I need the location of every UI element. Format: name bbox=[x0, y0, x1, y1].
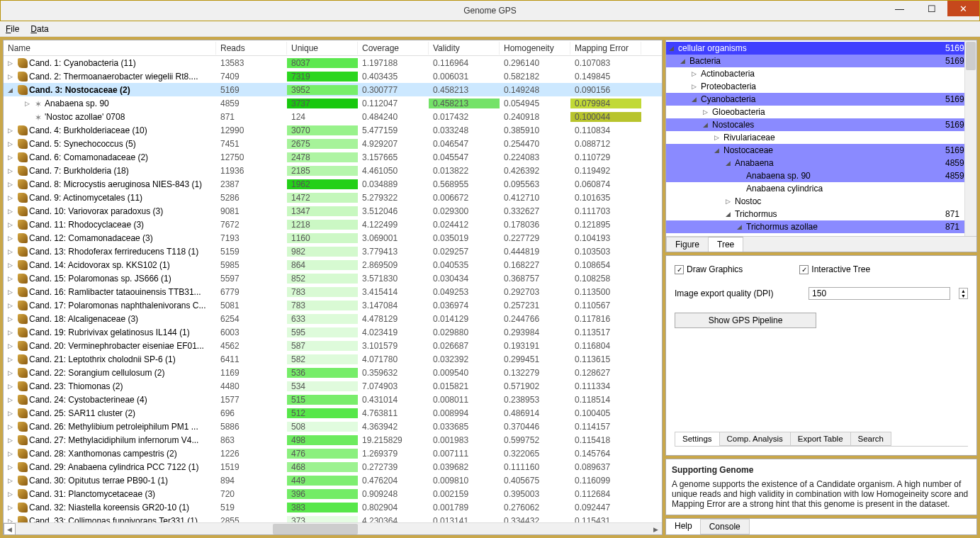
table-row[interactable]: ▷ Cand. 17: Polaromonas naphthalenivoran… bbox=[4, 298, 662, 312]
expander-icon[interactable]: ▷ bbox=[8, 288, 16, 296]
expander-icon[interactable]: ▷ bbox=[8, 127, 16, 134]
expander-icon[interactable]: ▷ bbox=[8, 383, 16, 390]
table-row[interactable]: ▷ Cand. 31: Planctomycetaceae (3)7203960… bbox=[4, 487, 662, 500]
tree-row[interactable]: ◢Nostocaceae5169 bbox=[666, 144, 976, 157]
tree-expander-icon[interactable]: ◢ bbox=[669, 45, 677, 52]
dpi-input[interactable] bbox=[809, 287, 950, 300]
tab-help[interactable]: Help bbox=[666, 519, 701, 534]
maximize-button[interactable]: ☐ bbox=[916, 1, 947, 16]
table-row[interactable]: ▷ Cand. 29: Anabaena cylindrica PCC 7122… bbox=[4, 460, 662, 473]
col-unique[interactable]: Unique bbox=[287, 42, 358, 55]
table-row[interactable]: ▷ Cand. 25: SAR11 cluster (2)6965124.763… bbox=[4, 406, 662, 420]
table-row[interactable]: ▷ Cand. 32: Niastella koreensis GR20-10 … bbox=[4, 500, 662, 514]
tab-search[interactable]: Search bbox=[850, 432, 891, 446]
tab-tree[interactable]: Tree bbox=[708, 237, 743, 252]
table-row[interactable]: ▷ Cand. 13: Rhodoferax ferrireducens T11… bbox=[4, 245, 662, 258]
tree-expander-icon[interactable]: ▷ bbox=[703, 108, 711, 116]
tree-row[interactable]: ▷Actinobacteria bbox=[666, 67, 976, 80]
tree-row[interactable]: ▷Gloeobacteria bbox=[666, 106, 976, 118]
expander-icon[interactable]: ▷ bbox=[8, 464, 16, 471]
dpi-spinner[interactable]: ▲▼ bbox=[959, 288, 968, 299]
table-row[interactable]: ▷ Cand. 12: Comamonadaceae (3)719311603.… bbox=[4, 231, 662, 245]
table-row[interactable]: ▷ Cand. 18: Alcaligenaceae (3)62546334.4… bbox=[4, 312, 662, 325]
table-row[interactable]: ▷ Cand. 24: Cystobacterineae (4)15775150… bbox=[4, 393, 662, 406]
tree-expander-icon[interactable]: ▷ bbox=[692, 83, 699, 90]
table-row[interactable]: ▷ Cand. 22: Sorangium cellulosum (2)1169… bbox=[4, 366, 662, 379]
checkbox-interactive-tree[interactable]: ✓ Interactive Tree bbox=[799, 264, 870, 274]
tree-row[interactable]: ▷Rivulariaceae bbox=[666, 131, 976, 144]
table-row[interactable]: ▷ Cand. 10: Variovorax paradoxus (3)9081… bbox=[4, 204, 662, 218]
menu-data[interactable]: Data bbox=[30, 24, 48, 34]
table-row[interactable]: ▷✶ Anabaena sp. 90485937370.1120470.4582… bbox=[4, 96, 662, 110]
expander-icon[interactable]: ▷ bbox=[8, 491, 16, 498]
expander-icon[interactable]: ▷ bbox=[8, 154, 16, 161]
expander-icon[interactable]: ▷ bbox=[8, 477, 16, 484]
expander-icon[interactable]: ▷ bbox=[8, 504, 16, 511]
table-row[interactable]: ▷ Cand. 27: Methylacidiphilum infernorum… bbox=[4, 433, 662, 447]
tree-row[interactable]: ◢Nostocales5169 bbox=[666, 118, 976, 131]
table-row[interactable]: ▷ Cand. 15: Polaromonas sp. JS666 (1)559… bbox=[4, 271, 662, 285]
table-row[interactable]: ▷ Cand. 2: Thermoanaerobacter wiegelii R… bbox=[4, 69, 662, 83]
table-row[interactable]: ▷ Cand. 14: Acidovorax sp. KKS102 (1)598… bbox=[4, 258, 662, 271]
expander-icon[interactable]: ▷ bbox=[8, 369, 16, 376]
expander-icon[interactable]: ▷ bbox=[8, 437, 16, 444]
tree-row[interactable]: 'Nostoc azollae' 0708871 bbox=[666, 233, 976, 236]
col-reads[interactable]: Reads bbox=[216, 42, 287, 55]
checkbox-draw-graphics[interactable]: ✓ Draw Graphics bbox=[675, 264, 743, 274]
tree-row[interactable]: ◢Cyanobacteria5169 bbox=[666, 93, 976, 106]
tab-figure[interactable]: Figure bbox=[666, 237, 709, 252]
menu-file[interactable]: File bbox=[6, 24, 19, 34]
table-row[interactable]: ▷ Cand. 6: Comamonadaceae (2)1275024783.… bbox=[4, 150, 662, 164]
spinner-down-icon[interactable]: ▼ bbox=[959, 293, 967, 298]
expander-icon[interactable]: ◢ bbox=[8, 86, 16, 94]
expander-icon[interactable]: ▷ bbox=[25, 100, 33, 107]
show-pipeline-button[interactable]: Show GPS Pipeline bbox=[675, 313, 816, 328]
table-row[interactable]: ▷ Cand. 5: Synechococcus (5)745126754.92… bbox=[4, 137, 662, 150]
table-row[interactable]: ▷ Cand. 11: Rhodocyclaceae (3)767212184.… bbox=[4, 218, 662, 231]
tree-scroll-thumb[interactable] bbox=[966, 42, 976, 70]
expander-icon[interactable]: ▷ bbox=[8, 140, 16, 147]
scroll-thumb[interactable] bbox=[273, 524, 358, 534]
table-body[interactable]: ▷ Cand. 1: Cyanobacteria (11)1358380371.… bbox=[4, 56, 662, 522]
table-row[interactable]: ◢ Cand. 3: Nostocaceae (2)516939520.3007… bbox=[4, 83, 662, 96]
tree-row[interactable]: Anabaena cylindrica bbox=[666, 182, 976, 195]
tree-expander-icon[interactable]: ▷ bbox=[692, 70, 699, 77]
tree-row[interactable]: ◢Bacteria5169 bbox=[666, 55, 976, 67]
expander-icon[interactable]: ▷ bbox=[8, 167, 16, 174]
tree-body[interactable]: ◢cellular organisms5169◢Bacteria5169▷Act… bbox=[666, 40, 976, 236]
table-row[interactable]: ▷ Cand. 19: Rubrivivax gelatinosus IL144… bbox=[4, 325, 662, 339]
table-row[interactable]: ▷ Cand. 21: Leptothrix cholodnii SP-6 (1… bbox=[4, 352, 662, 366]
col-validity[interactable]: Validity bbox=[429, 42, 500, 55]
tree-row[interactable]: ▷Nostoc bbox=[666, 195, 976, 208]
tree-row[interactable]: ◢Trichormus871 bbox=[666, 208, 976, 220]
expander-icon[interactable]: ▷ bbox=[8, 423, 16, 430]
tab-settings[interactable]: Settings bbox=[675, 432, 720, 446]
table-row[interactable]: ▷ Cand. 33: Collimonas fungivorans Ter33… bbox=[4, 514, 662, 522]
expander-icon[interactable]: ▷ bbox=[8, 235, 16, 242]
tree-expander-icon[interactable]: ◢ bbox=[726, 159, 733, 167]
expander-icon[interactable]: ▷ bbox=[8, 208, 16, 215]
table-row[interactable]: ▷ Cand. 7: Burkholderia (18)1193621854.4… bbox=[4, 164, 662, 177]
tree-row[interactable]: Anabaena sp. 904859 bbox=[666, 169, 976, 182]
table-row[interactable]: ▷ Cand. 23: Thiomonas (2)44805347.074903… bbox=[4, 379, 662, 393]
tree-row[interactable]: ▷Proteobacteria bbox=[666, 80, 976, 93]
table-row[interactable]: ▷ Cand. 4: Burkholderiaceae (10)12990307… bbox=[4, 123, 662, 137]
tree-row[interactable]: ◢Trichormus azollae871 bbox=[666, 220, 976, 233]
expander-icon[interactable]: ▷ bbox=[8, 73, 16, 80]
scroll-right-icon[interactable]: ▶ bbox=[650, 523, 662, 535]
tree-row[interactable]: ◢cellular organisms5169 bbox=[666, 42, 976, 55]
tree-expander-icon[interactable]: ◢ bbox=[692, 96, 699, 103]
table-row[interactable]: ▷ Cand. 26: Methylibium petroleiphilum P… bbox=[4, 420, 662, 433]
minimize-button[interactable]: — bbox=[884, 1, 916, 16]
expander-icon[interactable]: ▷ bbox=[8, 302, 16, 309]
horizontal-scrollbar[interactable]: ◀ ▶ bbox=[4, 522, 662, 534]
expander-icon[interactable]: ▷ bbox=[8, 221, 16, 228]
expander-icon[interactable]: ▷ bbox=[8, 410, 16, 417]
table-row[interactable]: ▷ Cand. 28: Xanthomonas campestris (2)12… bbox=[4, 447, 662, 460]
expander-icon[interactable]: ▷ bbox=[8, 60, 16, 67]
expander-icon[interactable]: ▷ bbox=[8, 356, 16, 363]
table-row[interactable]: ▷ Cand. 1: Cyanobacteria (11)1358380371.… bbox=[4, 56, 662, 69]
table-row[interactable]: ▷ Cand. 16: Ramlibacter tataouinensis TT… bbox=[4, 285, 662, 298]
tree-expander-icon[interactable]: ◢ bbox=[726, 211, 733, 218]
tree-vertical-scrollbar[interactable] bbox=[964, 40, 976, 236]
